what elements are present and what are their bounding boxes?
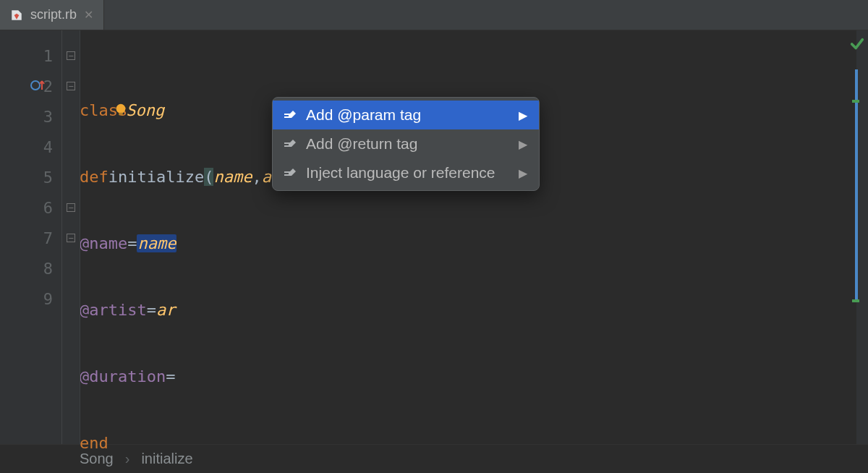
tab-label: script.rb <box>30 7 77 22</box>
code-line: @artist = ar <box>80 294 868 325</box>
popup-item-label: Add @return tag <box>306 135 417 153</box>
chevron-right-icon: ▶ <box>504 137 527 151</box>
pencil-icon <box>283 137 297 151</box>
scroll-overview-stripe <box>855 69 858 301</box>
line-number: 5 <box>43 169 53 187</box>
gutter-line[interactable]: 2 <box>0 71 61 101</box>
gutter: 1 2 3 4 5 6 7 8 9 <box>0 30 62 444</box>
line-number: 1 <box>43 47 53 65</box>
line-number: 9 <box>43 290 53 308</box>
fold-toggle[interactable] <box>62 41 80 71</box>
gutter-line[interactable]: 4 <box>0 132 61 162</box>
ruby-file-icon <box>10 9 23 22</box>
gutter-line[interactable]: 6 <box>0 192 61 223</box>
code-area[interactable]: class Song def initialize(name, artist, … <box>80 30 868 444</box>
chevron-right-icon: ▶ <box>504 108 527 122</box>
code-line: @duration = <box>80 361 868 391</box>
gutter-line[interactable]: 3 <box>0 101 61 132</box>
line-number: 8 <box>43 260 53 278</box>
svg-rect-2 <box>119 113 123 116</box>
pencil-icon <box>283 108 297 122</box>
marker-strip[interactable] <box>856 30 868 444</box>
popup-item-add-param[interactable]: Add @param tag ▶ <box>273 101 539 129</box>
svg-point-0 <box>31 81 40 90</box>
intention-popup: Add @param tag ▶ Add @return tag ▶ Injec… <box>272 97 540 191</box>
fold-gutter <box>62 30 80 444</box>
analysis-ok-icon[interactable] <box>849 36 865 52</box>
code-line: end <box>80 427 868 458</box>
popup-item-label: Add @param tag <box>306 106 421 124</box>
gutter-line[interactable]: 1 <box>0 41 61 71</box>
popup-item-add-return[interactable]: Add @return tag ▶ <box>273 129 539 158</box>
line-number: 4 <box>43 138 53 156</box>
popup-item-inject[interactable]: Inject language or reference ▶ <box>273 158 539 187</box>
fold-end[interactable] <box>62 192 80 223</box>
code-line: @name = name <box>80 228 868 258</box>
pencil-icon <box>283 166 297 180</box>
gutter-line[interactable]: 9 <box>0 284 61 314</box>
chevron-right-icon: ▶ <box>504 166 527 180</box>
override-up-icon[interactable] <box>29 77 46 94</box>
line-number: 3 <box>43 108 53 126</box>
line-number: 6 <box>43 199 53 217</box>
close-icon[interactable]: ✕ <box>84 8 93 22</box>
editor-area: 1 2 3 4 5 6 7 8 9 class Song <box>0 30 868 444</box>
popup-item-label: Inject language or reference <box>306 164 495 182</box>
fold-end[interactable] <box>62 223 80 253</box>
gutter-line[interactable]: 5 <box>0 162 61 192</box>
tab-bar: script.rb ✕ <box>0 0 868 30</box>
line-number: 7 <box>43 229 53 247</box>
marker-tick[interactable] <box>852 299 859 302</box>
marker-tick[interactable] <box>852 100 859 103</box>
svg-point-1 <box>116 104 126 114</box>
gutter-line[interactable]: 7 <box>0 223 61 253</box>
tab-script-rb[interactable]: script.rb ✕ <box>0 0 104 30</box>
gutter-line[interactable]: 8 <box>0 253 61 284</box>
fold-toggle[interactable] <box>62 71 80 101</box>
